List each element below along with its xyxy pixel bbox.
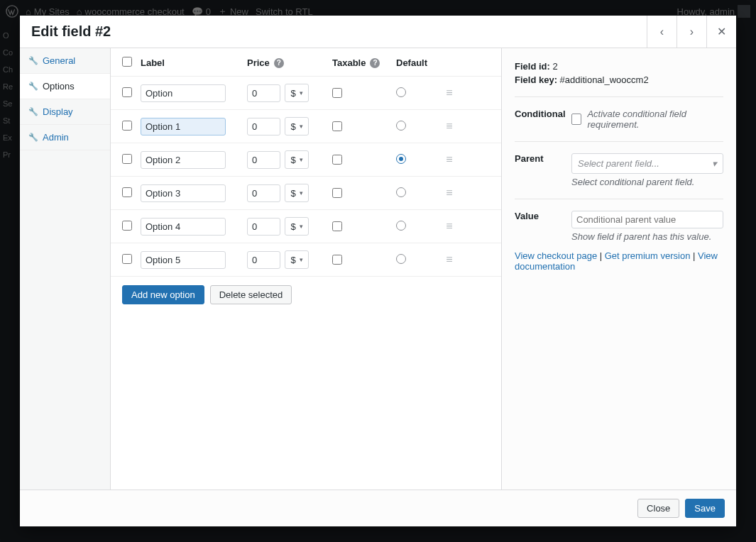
modal-footer: Close Save	[20, 490, 736, 526]
tab-display[interactable]: 🔧 Display	[20, 99, 110, 125]
footer-links: View checkout page | Get premium version…	[515, 250, 723, 272]
next-field-button[interactable]: ›	[676, 16, 706, 48]
option-label-input[interactable]	[141, 151, 226, 169]
view-checkout-link[interactable]: View checkout page	[515, 250, 597, 261]
option-row: $≡	[111, 243, 501, 277]
wrench-icon: 🔧	[28, 56, 38, 65]
get-premium-link[interactable]: Get premium version	[605, 250, 691, 261]
side-panel: Field id: 2 Field key: #additional_woocc…	[502, 48, 736, 490]
currency-symbol: $	[290, 255, 295, 265]
option-taxable-checkbox[interactable]	[332, 155, 342, 165]
col-head-label: Label	[141, 57, 247, 68]
option-taxable-checkbox[interactable]	[332, 221, 342, 231]
field-key-value: #additional_wooccm2	[560, 74, 649, 85]
wrench-icon: 🔧	[28, 133, 38, 142]
wrench-icon: 🔧	[28, 107, 38, 116]
option-row: $≡	[111, 210, 501, 243]
drag-handle-icon[interactable]: ≡	[446, 187, 452, 199]
drag-handle-icon[interactable]: ≡	[446, 120, 452, 132]
option-taxable-checkbox[interactable]	[332, 188, 342, 198]
delete-selected-button[interactable]: Delete selected	[210, 285, 292, 304]
currency-select[interactable]: $	[285, 250, 309, 269]
option-default-radio[interactable]	[396, 154, 406, 164]
tab-display-label: Display	[43, 106, 73, 117]
row-select-checkbox[interactable]	[122, 87, 132, 97]
option-taxable-checkbox[interactable]	[332, 121, 342, 131]
close-icon: ✕	[717, 25, 726, 38]
wrench-icon: 🔧	[28, 82, 38, 91]
tab-options-label: Options	[43, 81, 75, 92]
help-icon[interactable]: ?	[274, 58, 284, 68]
option-price-input[interactable]	[247, 84, 280, 102]
option-price-input[interactable]	[247, 184, 280, 202]
tab-admin[interactable]: 🔧 Admin	[20, 125, 110, 150]
parent-help: Select conditional parent field.	[571, 177, 723, 187]
currency-symbol: $	[290, 188, 295, 199]
edit-field-modal: Edit field #2 ‹ › ✕ 🔧 General 🔧 Options	[20, 16, 736, 526]
chevron-left-icon: ‹	[660, 26, 664, 38]
close-button[interactable]: Close	[637, 499, 679, 518]
tab-options[interactable]: 🔧 Options	[20, 74, 110, 99]
drag-handle-icon[interactable]: ≡	[446, 87, 452, 99]
add-option-button[interactable]: Add new option	[122, 285, 204, 304]
conditional-help: Activate conditional field requirement.	[587, 109, 723, 130]
row-select-checkbox[interactable]	[122, 121, 132, 131]
option-default-radio[interactable]	[396, 87, 406, 97]
currency-select[interactable]: $	[285, 217, 309, 236]
row-select-checkbox[interactable]	[122, 254, 132, 264]
option-label-input[interactable]	[141, 218, 226, 236]
currency-select[interactable]: $	[285, 117, 309, 136]
options-panel: Label Price ? Taxable ? Default $≡$≡$≡$≡…	[111, 48, 502, 490]
row-select-checkbox[interactable]	[122, 154, 132, 164]
row-select-checkbox[interactable]	[122, 187, 132, 197]
option-price-input[interactable]	[247, 118, 280, 136]
col-head-default: Default	[396, 57, 439, 68]
close-modal-button[interactable]: ✕	[706, 16, 736, 48]
option-default-radio[interactable]	[396, 187, 406, 197]
conditional-checkbox[interactable]	[571, 114, 581, 125]
option-taxable-checkbox[interactable]	[332, 255, 342, 265]
option-default-radio[interactable]	[396, 221, 406, 231]
tab-general[interactable]: 🔧 General	[20, 48, 110, 74]
option-price-input[interactable]	[247, 218, 280, 236]
chevron-right-icon: ›	[690, 26, 694, 38]
drag-handle-icon[interactable]: ≡	[446, 153, 452, 165]
value-input[interactable]	[571, 211, 723, 228]
option-default-radio[interactable]	[396, 254, 406, 264]
option-row: $≡	[111, 177, 501, 210]
currency-symbol: $	[290, 221, 295, 232]
prev-field-button[interactable]: ‹	[647, 16, 676, 48]
currency-select[interactable]: $	[285, 184, 309, 202]
currency-symbol: $	[290, 121, 295, 132]
value-help: Show field if parent has this value.	[571, 231, 723, 242]
currency-select[interactable]: $	[285, 150, 309, 169]
option-label-input[interactable]	[141, 118, 226, 136]
options-table-head: Label Price ? Taxable ? Default	[111, 48, 501, 77]
currency-select[interactable]: $	[285, 84, 309, 102]
save-button[interactable]: Save	[685, 499, 725, 518]
drag-handle-icon[interactable]: ≡	[446, 253, 452, 265]
field-id-label: Field id:	[515, 61, 550, 72]
modal-header: Edit field #2 ‹ › ✕	[20, 16, 736, 48]
col-head-taxable: Taxable	[332, 57, 366, 68]
parent-select[interactable]: Select parent field... ▾	[571, 153, 723, 174]
field-key-label: Field key:	[515, 74, 557, 85]
tab-sidebar: 🔧 General 🔧 Options 🔧 Display 🔧 Admin	[20, 48, 111, 490]
option-row: $≡	[111, 77, 501, 110]
option-price-input[interactable]	[247, 251, 280, 269]
parent-label: Parent	[515, 153, 571, 164]
conditional-label: Conditional	[515, 109, 571, 119]
option-default-radio[interactable]	[396, 121, 406, 131]
option-price-input[interactable]	[247, 151, 280, 169]
option-taxable-checkbox[interactable]	[332, 88, 342, 98]
value-label: Value	[515, 211, 571, 221]
tab-admin-label: Admin	[43, 132, 69, 143]
drag-handle-icon[interactable]: ≡	[446, 220, 452, 232]
currency-symbol: $	[290, 88, 295, 99]
option-label-input[interactable]	[141, 251, 226, 269]
row-select-checkbox[interactable]	[122, 221, 132, 231]
help-icon[interactable]: ?	[370, 58, 380, 68]
select-all-checkbox[interactable]	[122, 57, 132, 67]
option-label-input[interactable]	[141, 84, 226, 102]
option-label-input[interactable]	[141, 184, 226, 202]
